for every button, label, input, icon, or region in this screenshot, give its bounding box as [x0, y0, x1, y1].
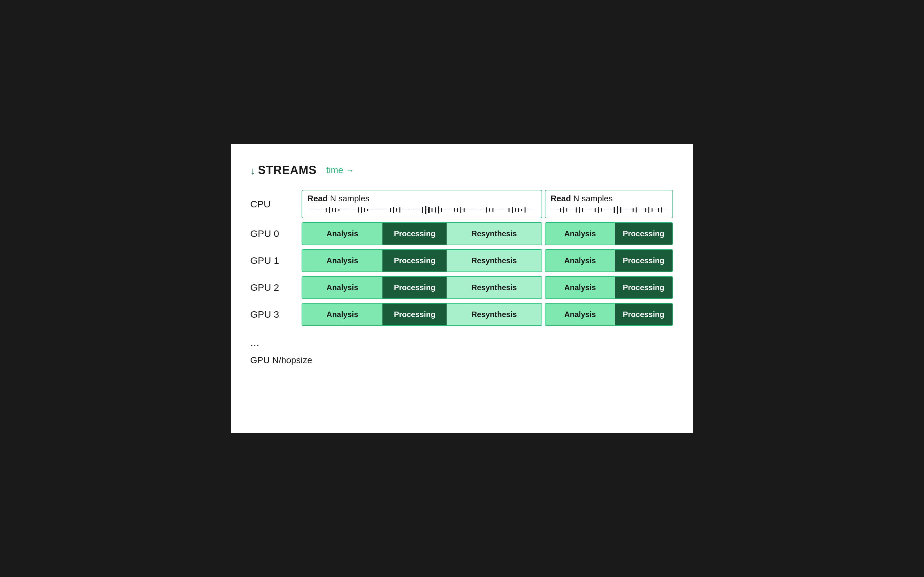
gpu3-label: GPU 3	[250, 309, 302, 320]
waveform-second	[551, 205, 667, 214]
svg-rect-38	[576, 207, 577, 213]
gpu0-block-first: Analysis Processing Resynthesis	[302, 222, 542, 245]
svg-rect-51	[652, 208, 653, 211]
gpu3-processing-second: Processing	[615, 303, 672, 326]
svg-rect-11	[393, 207, 394, 213]
gpu3-analysis-second: Analysis	[545, 303, 615, 326]
svg-rect-52	[658, 208, 659, 212]
svg-rect-1	[326, 208, 326, 212]
svg-rect-43	[601, 208, 602, 211]
gpu3-content: Analysis Processing Resynthesis Analysis…	[302, 303, 680, 326]
svg-rect-44	[614, 207, 615, 213]
gpu3-resynthesis-first: Resynthesis	[447, 303, 541, 326]
svg-rect-4	[335, 208, 336, 212]
gpu3-processing-first: Processing	[383, 303, 447, 326]
svg-rect-36	[563, 207, 564, 213]
svg-rect-37	[566, 208, 567, 211]
time-text: time	[326, 165, 343, 175]
svg-rect-27	[493, 208, 493, 212]
svg-rect-22	[457, 208, 458, 212]
gpu1-resynthesis-first: Resynthesis	[447, 250, 541, 271]
gpu2-block-first: Analysis Processing Resynthesis	[302, 276, 542, 299]
gpu2-processing-second: Processing	[615, 277, 672, 298]
svg-rect-31	[518, 208, 519, 212]
svg-rect-40	[582, 208, 583, 212]
gpu3-analysis-first: Analysis	[302, 303, 383, 326]
time-label-group: time →	[326, 165, 354, 175]
gpu2-resynthesis-first: Resynthesis	[447, 277, 541, 298]
svg-rect-41	[595, 208, 596, 212]
svg-rect-5	[338, 209, 339, 211]
svg-rect-47	[633, 208, 634, 212]
gpu2-label: GPU 2	[250, 282, 302, 293]
gpu1-content: Analysis Processing Resynthesis Analysis…	[302, 249, 680, 272]
svg-rect-8	[364, 208, 365, 212]
gpu3-block-second: Analysis Processing	[545, 303, 673, 326]
ellipsis-text: ...	[250, 336, 680, 349]
gpu1-row: GPU 1 Analysis Processing Resynthesis An…	[250, 249, 680, 272]
svg-rect-50	[648, 207, 649, 213]
gpu1-label: GPU 1	[250, 255, 302, 266]
svg-rect-13	[399, 207, 401, 213]
gpu2-analysis-first: Analysis	[302, 277, 383, 298]
cpu-content: Read N samples	[302, 190, 680, 218]
gpu1-processing-second: Processing	[615, 250, 672, 271]
svg-rect-12	[396, 208, 397, 211]
cpu-block-first: Read N samples	[302, 190, 542, 218]
cpu-label: CPU	[250, 199, 302, 210]
svg-rect-39	[579, 207, 580, 213]
svg-rect-18	[435, 207, 436, 213]
cpu-read-label-second: Read N samples	[551, 193, 667, 203]
svg-rect-10	[390, 208, 391, 212]
gpu2-processing-first: Processing	[383, 277, 447, 298]
gpu0-label: GPU 0	[250, 228, 302, 239]
svg-rect-32	[521, 209, 522, 211]
gpu2-block-second: Analysis Processing	[545, 276, 673, 299]
svg-rect-33	[525, 207, 525, 213]
down-arrow-icon: ↓	[250, 166, 255, 176]
svg-rect-19	[438, 206, 439, 213]
gpu2-row: GPU 2 Analysis Processing Resynthesis An…	[250, 276, 680, 299]
header: ↓ STREAMS time →	[250, 163, 680, 177]
svg-rect-17	[431, 208, 433, 212]
svg-rect-20	[441, 208, 442, 212]
gpu1-analysis-first: Analysis	[302, 250, 383, 271]
streams-title: STREAMS	[258, 163, 317, 177]
streams-label-group: ↓ STREAMS	[250, 163, 317, 177]
waveform-first	[307, 205, 536, 214]
svg-rect-21	[454, 208, 455, 211]
svg-rect-23	[460, 207, 461, 213]
gpu0-content: Analysis Processing Resynthesis Analysis…	[302, 222, 680, 245]
svg-rect-25	[486, 207, 487, 213]
svg-rect-6	[358, 207, 359, 213]
svg-rect-53	[661, 207, 662, 213]
svg-rect-15	[425, 206, 426, 214]
svg-rect-3	[332, 208, 333, 211]
svg-rect-9	[367, 209, 368, 211]
gpu0-processing-second: Processing	[615, 223, 672, 245]
gpu1-block-first: Analysis Processing Resynthesis	[302, 249, 542, 272]
svg-rect-29	[512, 207, 513, 213]
gpu3-row: GPU 3 Analysis Processing Resynthesis An…	[250, 303, 680, 326]
svg-rect-42	[598, 207, 599, 213]
svg-rect-35	[560, 208, 561, 212]
gpu1-analysis-second: Analysis	[545, 250, 615, 271]
gpu0-processing-first: Processing	[383, 223, 447, 245]
cpu-block-second: Read N samples	[545, 190, 673, 218]
svg-rect-46	[620, 207, 621, 213]
svg-rect-45	[617, 206, 618, 214]
gpu1-block-second: Analysis Processing	[545, 249, 673, 272]
content-area: CPU Read N samples	[250, 190, 680, 414]
gpu2-analysis-second: Analysis	[545, 277, 615, 298]
svg-rect-28	[509, 208, 509, 212]
svg-rect-24	[464, 208, 465, 212]
svg-rect-14	[422, 207, 423, 213]
svg-rect-16	[428, 207, 430, 213]
gpu0-row: GPU 0 Analysis Processing Resynthesis An…	[250, 222, 680, 245]
gpu1-processing-first: Processing	[383, 250, 447, 271]
svg-rect-49	[645, 208, 646, 212]
svg-rect-26	[489, 208, 490, 211]
cpu-read-second: Read N samples	[551, 193, 667, 214]
svg-rect-7	[361, 207, 362, 213]
cpu-row: CPU Read N samples	[250, 190, 680, 218]
